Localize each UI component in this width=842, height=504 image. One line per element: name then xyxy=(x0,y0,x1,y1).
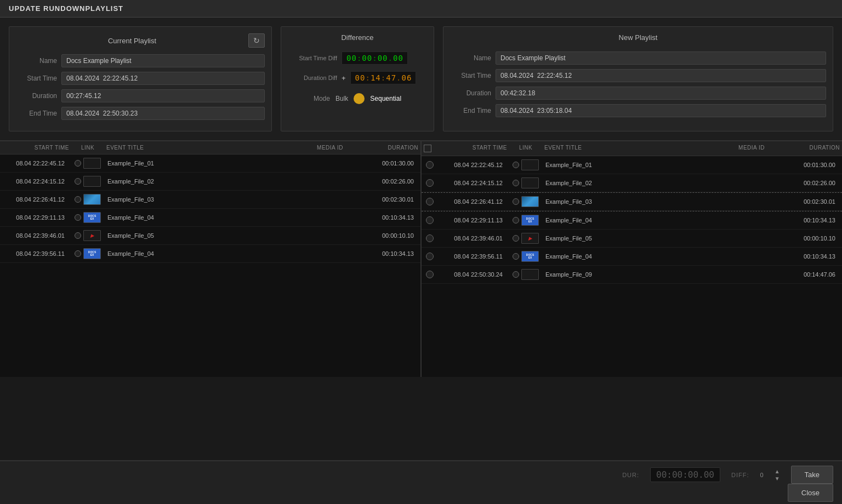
td-duration: 00:02:30.01 xyxy=(366,195,420,204)
footer-row2: Close xyxy=(9,484,833,504)
mode-sequential[interactable]: Sequential xyxy=(370,95,401,102)
td-link xyxy=(509,195,542,208)
td-link: DOCSEX xyxy=(509,214,542,227)
right-th-event: EVENT TITLE xyxy=(542,145,716,152)
td-start: 08.04 22:24:15.12 xyxy=(0,177,71,186)
td-event: Example_File_04 xyxy=(104,249,294,258)
td-start: 08.04 22:29:11.13 xyxy=(0,213,71,222)
right-table-row[interactable]: 08.04 22:24:15.12 Example_File_02 00:02:… xyxy=(422,174,842,192)
row-circle xyxy=(426,198,434,205)
take-button[interactable]: Take xyxy=(791,466,833,484)
diff-arrow-up[interactable]: ▲ xyxy=(775,468,780,474)
mode-bulk[interactable]: Bulk xyxy=(335,95,348,102)
td-start: 08.04 22:50:30.24 xyxy=(438,270,509,279)
link-circle xyxy=(75,214,81,221)
new-end-label: End Time xyxy=(450,107,491,114)
dur-display: 00:00:00.00 xyxy=(650,467,720,482)
left-th-media: MEDIA ID xyxy=(294,145,366,151)
current-playlist-title: Current Playlist xyxy=(16,37,248,45)
td-duration: 00:02:26.00 xyxy=(366,177,420,186)
td-event: Example_File_03 xyxy=(542,197,716,206)
new-start-input[interactable] xyxy=(496,69,826,82)
current-name-label: Name xyxy=(16,57,57,65)
left-table-header: START TIME LINK EVENT TITLE MEDIA ID DUR… xyxy=(0,141,420,154)
td-start: 08.04 22:39:56.11 xyxy=(438,252,509,261)
right-table-header: START TIME LINK EVENT TITLE MEDIA ID DUR… xyxy=(422,141,842,156)
row-circle xyxy=(426,216,434,224)
new-end-input[interactable] xyxy=(496,104,826,117)
left-table-row[interactable]: 08.04 22:39:46.01 ▶ Example_File_05 00:0… xyxy=(0,227,420,245)
td-event: Example_File_04 xyxy=(542,216,716,225)
td-checkbox xyxy=(422,251,438,261)
right-table-row[interactable]: 08.04 22:50:30.24 Example_File_09 00:14:… xyxy=(422,266,842,284)
row-circle xyxy=(426,179,434,187)
close-button[interactable]: Close xyxy=(788,484,833,502)
difference-panel: Difference Start Time Diff 00:00:00.00 D… xyxy=(281,26,434,131)
current-name-row: Name xyxy=(16,54,265,67)
duration-diff-prefix: + xyxy=(342,74,346,82)
current-start-input[interactable] xyxy=(61,72,265,85)
td-duration: 00:02:26.00 xyxy=(787,179,842,187)
td-link xyxy=(71,157,104,170)
footer-row1: DUR: 00:00:00.00 DIFF: 0 ▲ ▼ Take xyxy=(9,461,833,484)
td-media xyxy=(716,201,787,203)
left-table-row[interactable]: 08.04 22:39:56.11 DOCSEX Example_File_04… xyxy=(0,245,420,263)
right-table-body: 08.04 22:22:45.12 Example_File_01 00:01:… xyxy=(422,156,842,377)
td-start: 08.04 22:39:46.01 xyxy=(438,234,509,243)
left-th-start: START TIME xyxy=(0,145,71,151)
right-table-row[interactable]: 08.04 22:39:56.11 DOCSEX Example_File_04… xyxy=(422,248,842,266)
new-duration-input[interactable] xyxy=(496,87,826,100)
left-table-row[interactable]: 08.04 22:22:45.12 Example_File_01 00:01:… xyxy=(0,154,420,173)
select-all-checkbox[interactable] xyxy=(424,145,431,152)
right-th-link: LINK xyxy=(509,145,542,152)
tables-section: START TIME LINK EVENT TITLE MEDIA ID DUR… xyxy=(0,141,842,377)
row-circle xyxy=(426,271,434,278)
mode-toggle[interactable] xyxy=(354,93,365,104)
left-table-row[interactable]: 08.04 22:26:41.12 Example_File_03 00:02:… xyxy=(0,191,420,209)
td-event: Example_File_02 xyxy=(542,179,716,187)
diff-arrows: ▲ ▼ xyxy=(775,468,780,482)
td-start: 08.04 22:39:56.11 xyxy=(0,249,71,258)
td-event: Example_File_05 xyxy=(104,231,294,240)
td-duration: 00:00:10.10 xyxy=(787,234,842,243)
right-table-row[interactable]: 08.04 22:22:45.12 Example_File_01 00:01:… xyxy=(422,156,842,174)
new-duration-label: Duration xyxy=(450,89,491,97)
td-media xyxy=(716,219,787,221)
difference-title: Difference xyxy=(288,33,427,45)
td-checkbox xyxy=(422,160,438,170)
right-table-row[interactable]: 08.04 22:39:46.01 ▶ Example_File_05 00:0… xyxy=(422,230,842,248)
current-duration-input[interactable] xyxy=(61,89,265,102)
td-event: Example_File_02 xyxy=(104,177,294,186)
current-playlist-panel: Current Playlist ↻ Name Start Time Durat… xyxy=(9,26,272,131)
td-media xyxy=(716,164,787,166)
current-name-input[interactable] xyxy=(61,54,265,67)
td-event: Example_File_04 xyxy=(542,252,716,261)
td-duration: 00:10:34.13 xyxy=(366,249,420,258)
right-th-check xyxy=(422,145,438,152)
right-table-row[interactable]: 08.04 22:29:11.13 DOCSEX Example_File_04… xyxy=(422,211,842,230)
td-media xyxy=(294,216,366,219)
right-th-media: MEDIA ID xyxy=(716,145,787,152)
new-name-input[interactable] xyxy=(496,51,826,65)
td-media xyxy=(294,253,366,255)
link-circle xyxy=(513,180,519,186)
app-title: UPDATE RUNDOWNPLAYLIST xyxy=(9,4,123,13)
refresh-button[interactable]: ↻ xyxy=(248,33,265,48)
right-table-row[interactable]: 08.04 22:26:41.12 Example_File_03 00:02:… xyxy=(422,192,842,211)
td-duration: 00:10:34.13 xyxy=(787,216,842,225)
current-end-input[interactable] xyxy=(61,107,265,120)
current-start-row: Start Time xyxy=(16,72,265,85)
td-link: DOCSEX xyxy=(71,247,104,260)
td-start: 08.04 22:26:41.12 xyxy=(438,197,509,206)
diff-label: DIFF: xyxy=(731,472,749,478)
td-start: 08.04 22:26:41.12 xyxy=(0,195,71,204)
diff-arrow-down[interactable]: ▼ xyxy=(775,476,780,482)
left-table-row[interactable]: 08.04 22:29:11.13 DOCSEX Example_File_04… xyxy=(0,209,420,227)
td-start: 08.04 22:24:15.12 xyxy=(438,179,509,187)
left-table-row[interactable]: 08.04 22:24:15.12 Example_File_02 00:02:… xyxy=(0,173,420,191)
duration-diff-row: Duration Diff + 00:14:47.06 xyxy=(288,71,427,84)
td-link: DOCSEX xyxy=(509,250,542,263)
new-end-row: End Time xyxy=(450,104,826,117)
td-start: 08.04 22:29:11.13 xyxy=(438,216,509,225)
right-th-duration: DURATION xyxy=(787,145,842,152)
